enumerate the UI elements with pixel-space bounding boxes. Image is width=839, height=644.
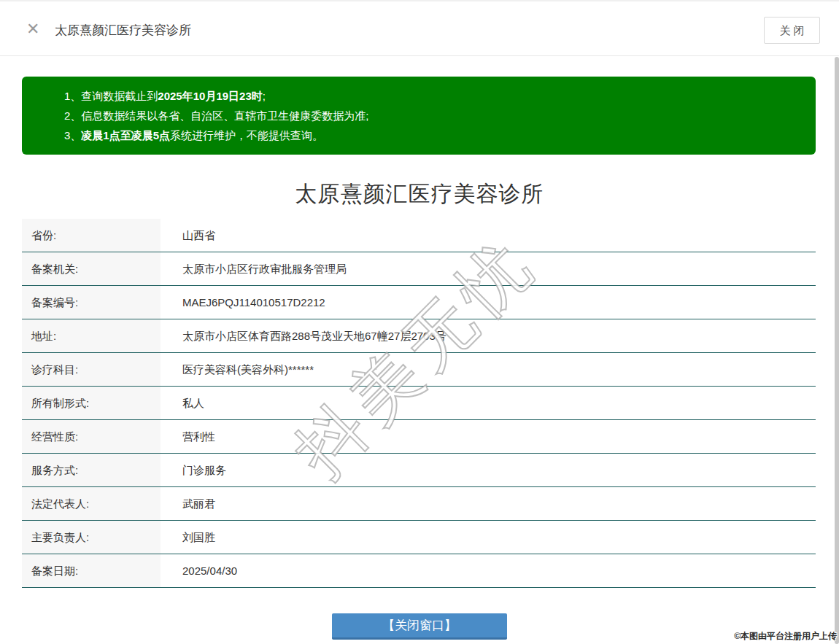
- close-button[interactable]: 关 闭: [764, 17, 820, 44]
- row-label: 备案日期:: [22, 554, 161, 587]
- table-row-ownership: 所有制形式: 私人: [22, 387, 816, 420]
- table-row-business-nature: 经营性质: 营利性: [22, 420, 816, 454]
- notice-line-3: 3、凌晨1点至凌晨5点系统进行维护，不能提供查询。: [64, 125, 801, 145]
- row-label: 服务方式:: [22, 454, 161, 486]
- row-label: 所有制形式:: [22, 387, 161, 419]
- row-value: 营利性: [161, 420, 816, 453]
- row-label: 备案编号:: [22, 286, 161, 319]
- row-value: 武丽君: [161, 487, 816, 520]
- table-row-service-mode: 服务方式: 门诊服务: [22, 454, 816, 487]
- detail-table: 省份: 山西省 备案机关: 太原市小店区行政审批服务管理局 备案编号: MAEJ…: [22, 219, 816, 588]
- header-title: 太原熹颜汇医疗美容诊所: [55, 22, 191, 39]
- notice-line-1: 1、查询数据截止到2025年10月19日23时;: [64, 86, 801, 106]
- table-row-treatment-subjects: 诊疗科目: 医疗美容科(美容外科)******: [22, 353, 816, 387]
- row-value: 医疗美容科(美容外科)******: [161, 353, 816, 386]
- row-value: MAEJ6PQJ114010517D2212: [161, 286, 816, 319]
- row-label: 主要负责人:: [22, 521, 161, 554]
- table-row-filing-date: 备案日期: 2025/04/30: [22, 554, 816, 588]
- row-value: 2025/04/30: [161, 554, 816, 587]
- row-value: 太原市小店区体育西路288号茂业天地67幢27层2703号: [161, 319, 816, 352]
- row-value: 门诊服务: [161, 454, 816, 486]
- row-value: 私人: [161, 387, 816, 419]
- upload-credit-text: ©本图由平台注册用户上传: [734, 630, 837, 643]
- table-row-filing-number: 备案编号: MAEJ6PQJ114010517D2212: [22, 286, 816, 319]
- table-row-legal-representative: 法定代表人: 武丽君: [22, 487, 816, 521]
- scrollbar-track[interactable]: [835, 57, 839, 644]
- row-label: 法定代表人:: [22, 487, 161, 520]
- row-label: 诊疗科目:: [22, 353, 161, 386]
- notice-box: 1、查询数据截止到2025年10月19日23时; 2、信息数据结果以各省、自治区…: [22, 77, 816, 155]
- table-row-province: 省份: 山西省: [22, 219, 816, 252]
- row-value: 太原市小店区行政审批服务管理局: [161, 252, 816, 285]
- row-value: 刘国胜: [161, 521, 816, 554]
- row-label: 备案机关:: [22, 252, 161, 285]
- close-window-button[interactable]: 【关闭窗口】: [332, 613, 507, 640]
- page-title: 太原熹颜汇医疗美容诊所: [0, 179, 839, 209]
- table-row-address: 地址: 太原市小店区体育西路288号茂业天地67幢27层2703号: [22, 319, 816, 353]
- row-label: 省份:: [22, 219, 161, 252]
- row-label: 地址:: [22, 319, 161, 352]
- table-row-main-person-in-charge: 主要负责人: 刘国胜: [22, 521, 816, 554]
- row-value: 山西省: [161, 219, 816, 252]
- header-bar: ✕ 太原熹颜汇医疗美容诊所 关 闭: [0, 0, 839, 56]
- notice-line-2: 2、信息数据结果以各省、自治区、直辖市卫生健康委数据为准;: [64, 106, 801, 125]
- row-label: 经营性质:: [22, 420, 161, 453]
- scrollbar-thumb[interactable]: [835, 57, 839, 644]
- table-row-filing-authority: 备案机关: 太原市小店区行政审批服务管理局: [22, 252, 816, 286]
- close-x-icon[interactable]: ✕: [26, 19, 39, 39]
